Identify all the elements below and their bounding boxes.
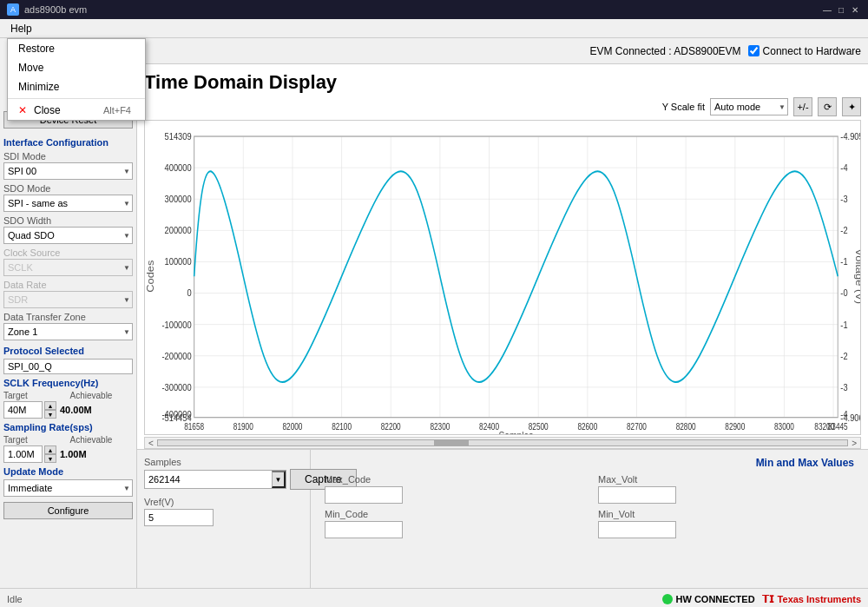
svg-text:-3: -3 (840, 193, 847, 204)
connect-hw-checkbox[interactable] (748, 45, 760, 56)
menu-restore[interactable]: Restore (8, 39, 145, 58)
zoom-tool-button[interactable]: +/- (793, 97, 812, 116)
status-idle: Idle (7, 594, 23, 604)
data-rate-select[interactable]: SDR (3, 291, 133, 308)
clock-source-select-wrap: SCLK (3, 259, 133, 276)
samples-dropdown-button[interactable]: ▼ (272, 471, 286, 488)
hw-connected-label: HW CONNECTED (676, 594, 755, 604)
connect-hw-label: Connect to Hardware (763, 45, 861, 57)
sclk-increment-button[interactable]: ▲ (44, 401, 56, 410)
svg-text:Voltage (V): Voltage (V) (854, 248, 860, 304)
svg-text:Codes: Codes (146, 260, 155, 292)
update-mode-select-wrap: ImmediateOn Configure (3, 479, 133, 497)
min-volt-label: Min_Volt (598, 509, 854, 519)
menu-close[interactable]: ✕ Close Alt+F4 (8, 101, 145, 120)
scroll-left-button[interactable]: < (148, 439, 154, 448)
sampling-decrement-button[interactable]: ▼ (44, 454, 56, 463)
svg-text:82100: 82100 (332, 422, 352, 432)
sdo-width-select[interactable]: Quad SDO (3, 227, 133, 244)
min-code-label: Min_Code (325, 509, 581, 519)
svg-text:82900: 82900 (725, 422, 745, 432)
update-mode-header: Update Mode (3, 466, 133, 477)
chart-title: Time Domain Display (144, 71, 861, 94)
dropdown-menu: Restore Move Minimize ✕ Close Alt+F4 (7, 38, 146, 121)
svg-text:-4: -4 (840, 162, 847, 173)
sclk-decrement-button[interactable]: ▼ (44, 410, 56, 419)
maximize-button[interactable]: □ (835, 3, 847, 16)
configure-button[interactable]: Configure (3, 502, 133, 519)
sampling-target-spinner: ▲ ▼ (3, 445, 56, 463)
max-volt-label: Max_Volt (598, 474, 854, 485)
minmax-title: Min and Max Values (325, 457, 854, 469)
sdo-mode-label: SDO Mode (3, 183, 133, 194)
sampling-target-input[interactable] (3, 445, 43, 463)
menu-move[interactable]: Move (8, 58, 145, 77)
svg-text:-100000: -100000 (162, 318, 192, 329)
svg-text:82000: 82000 (282, 422, 302, 432)
min-volt-input[interactable]: -4.906 (598, 521, 676, 538)
zone-select[interactable]: Zone 1Zone 2 (3, 323, 133, 340)
svg-text:100000: 100000 (165, 255, 192, 267)
samples-input-wrap: ▼ (144, 470, 286, 489)
sdo-mode-select[interactable]: SPI - same as (3, 195, 133, 212)
svg-text:-2: -2 (840, 224, 847, 235)
zone-select-wrap: Zone 1Zone 2 (3, 323, 133, 340)
ti-logo: 𝗧𝗜 Texas Instruments (762, 593, 861, 605)
chart-wrapper: 514309 400000 300000 200000 100000 0 -10… (144, 120, 861, 435)
clock-source-select[interactable]: SCLK (3, 259, 133, 276)
sampling-achievable-value: 1.00M (60, 449, 87, 459)
max-code-input[interactable]: 514306 (325, 486, 403, 504)
menu-minimize[interactable]: Minimize (8, 77, 145, 96)
sampling-row-labels: Target Achievable (3, 435, 133, 445)
window-title: ads8900b evm (24, 4, 821, 15)
vref-input[interactable] (144, 509, 214, 526)
scroll-thumb (434, 440, 469, 445)
bottom-panel: Samples ▼ Capture Vref(V) (137, 449, 868, 588)
data-transfer-zone-label: Data Transfer Zone (3, 312, 133, 322)
svg-text:-2: -2 (840, 350, 847, 361)
sdi-mode-select[interactable]: SPI 00SPI 01 (3, 162, 133, 180)
sdo-width-label: SDO Width (3, 215, 133, 226)
sdi-mode-label: SDI Mode (3, 151, 133, 162)
close-button[interactable]: ✕ (849, 3, 861, 16)
vref-field-group: Vref(V) (144, 497, 303, 526)
close-x-icon: ✕ (18, 104, 27, 116)
samples-field-group: Samples ▼ Capture (144, 457, 303, 490)
min-code-input[interactable]: -514451 (325, 521, 403, 538)
scroll-right-button[interactable]: > (852, 439, 857, 448)
svg-text:0: 0 (187, 287, 191, 298)
update-mode-select[interactable]: ImmediateOn Configure (3, 479, 133, 497)
capture-panel: Samples ▼ Capture Vref(V) (137, 450, 311, 588)
protocol-value: SPI_00_Q (3, 359, 133, 374)
vref-label: Vref(V) (144, 497, 303, 507)
svg-text:-3: -3 (840, 381, 847, 393)
sclk-target-input[interactable] (3, 401, 43, 419)
y-scale-select[interactable]: Auto modeManual mode (710, 98, 788, 115)
content-area: EVM Connected : ADS8900EVM Connect to Ha… (137, 38, 868, 588)
scroll-thumb-area[interactable] (157, 439, 848, 446)
hw-dot-icon (662, 594, 673, 604)
svg-text:82200: 82200 (381, 422, 401, 432)
data-rate-select-wrap: SDR (3, 291, 133, 308)
settings-tool-button[interactable]: ✦ (842, 97, 861, 116)
svg-text:83000: 83000 (774, 422, 794, 432)
samples-input[interactable] (145, 471, 272, 488)
svg-text:83445: 83445 (828, 422, 848, 432)
minmax-grid: Max_Code 514306 Max_Volt 4.905 Min_Code … (325, 474, 854, 538)
max-volt-input[interactable]: 4.905 (598, 486, 676, 504)
sclk-freq-header: SCLK Frequency(Hz) (3, 378, 133, 388)
svg-text:-300000: -300000 (162, 381, 192, 393)
chart-scrollbar: < > (144, 437, 861, 449)
minmax-panel: Min and Max Values Max_Code 514306 Max_V… (311, 450, 868, 588)
menu-item-help[interactable]: Help (3, 21, 39, 36)
hw-connected-indicator: HW CONNECTED (662, 594, 755, 604)
svg-text:82800: 82800 (676, 422, 696, 432)
minimize-button[interactable]: — (821, 3, 833, 16)
sidebar-controls: Device Reset Interface Configuration SDI… (0, 108, 136, 588)
reset-tool-button[interactable]: ⟳ (818, 97, 837, 116)
sclk-row-labels: Target Achievable (3, 391, 133, 400)
sampling-increment-button[interactable]: ▲ (44, 445, 56, 454)
svg-text:200000: 200000 (165, 224, 192, 235)
svg-text:300000: 300000 (165, 193, 192, 204)
sclk-spinner-btns: ▲ ▼ (44, 401, 56, 419)
